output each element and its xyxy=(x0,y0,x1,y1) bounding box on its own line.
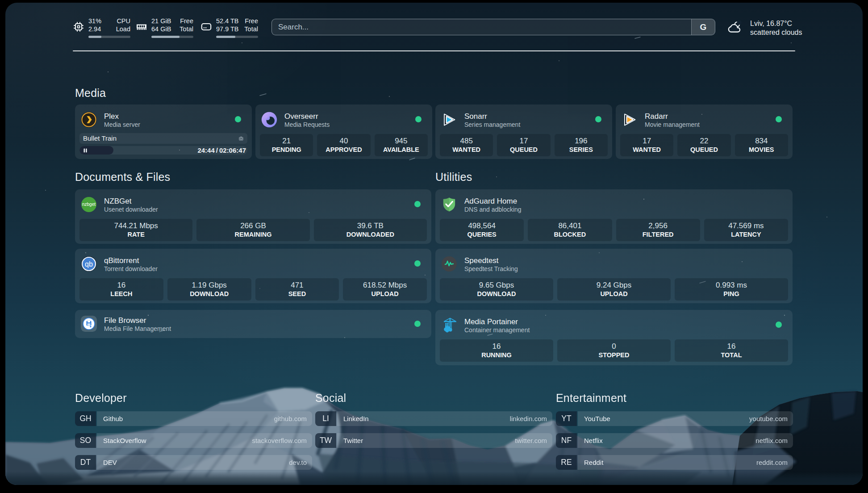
svg-text:nzbget: nzbget xyxy=(82,202,96,207)
svg-text:qb: qb xyxy=(85,260,93,268)
